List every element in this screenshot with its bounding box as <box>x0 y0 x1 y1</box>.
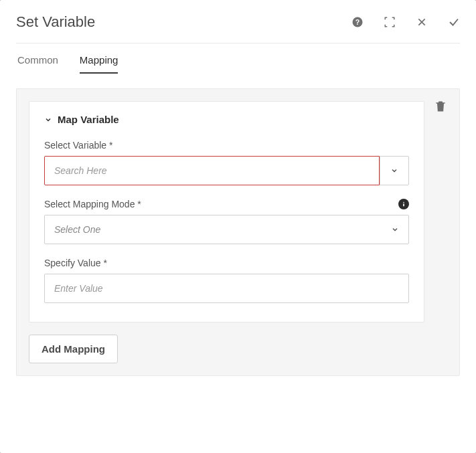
tab-common[interactable]: Common <box>17 54 58 74</box>
card-header[interactable]: Map Variable <box>44 114 409 125</box>
field-mapping-mode: Select Mapping Mode * Select One <box>44 199 409 244</box>
mapping-panel: Map Variable Select Variable * <box>16 88 460 376</box>
dialog-title: Set Variable <box>16 13 95 31</box>
mapping-mode-placeholder: Select One <box>54 224 100 235</box>
help-icon[interactable]: ? <box>351 16 364 28</box>
field-select-variable: Select Variable * <box>44 140 409 185</box>
svg-text:?: ? <box>355 18 360 26</box>
value-input[interactable] <box>44 274 409 303</box>
map-variable-card: Map Variable Select Variable * <box>29 101 424 323</box>
header-actions: ? <box>351 16 460 28</box>
svg-rect-3 <box>403 203 404 206</box>
fullscreen-icon[interactable] <box>384 16 396 28</box>
label-specify-value: Specify Value * <box>44 258 107 268</box>
tabs: Common Mapping <box>16 54 460 74</box>
add-mapping-button[interactable]: Add Mapping <box>29 335 118 363</box>
confirm-icon[interactable] <box>448 16 460 28</box>
label-mapping-mode: Select Mapping Mode * <box>44 199 141 209</box>
variable-dropdown-button[interactable] <box>380 156 409 185</box>
tab-mapping[interactable]: Mapping <box>80 54 118 74</box>
dialog-header: Set Variable ? <box>16 13 460 43</box>
delete-icon[interactable] <box>434 100 447 113</box>
close-icon[interactable] <box>416 16 428 28</box>
svg-point-2 <box>403 202 404 203</box>
card-title: Map Variable <box>58 114 119 125</box>
variable-combobox <box>44 156 409 185</box>
field-specify-value: Specify Value * <box>44 258 409 303</box>
chevron-down-icon <box>44 116 52 124</box>
label-select-variable: Select Variable * <box>44 140 112 151</box>
info-icon[interactable] <box>398 199 409 209</box>
mapping-mode-select[interactable]: Select One <box>44 215 409 244</box>
dialog: Set Variable ? Common Mapping <box>0 0 476 453</box>
variable-search-input[interactable] <box>44 156 380 185</box>
